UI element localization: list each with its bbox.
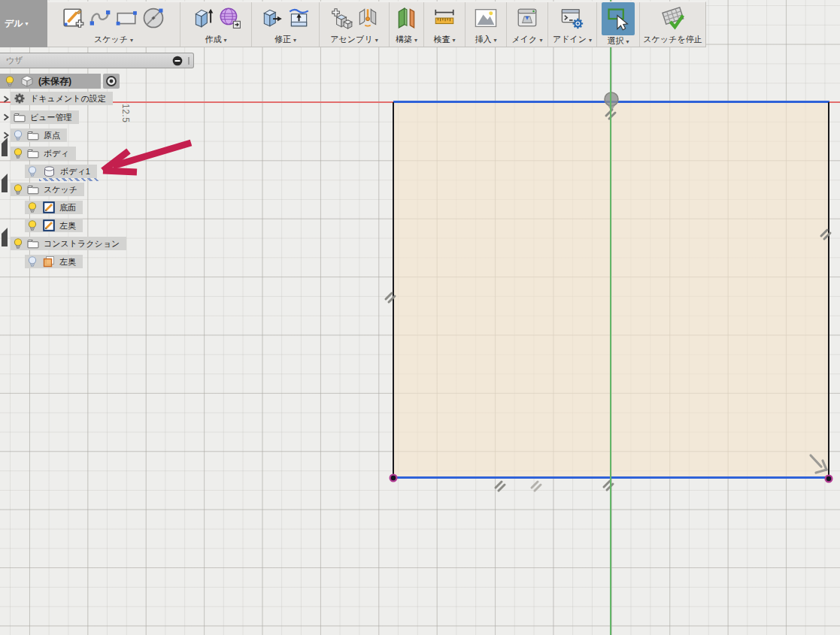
group-label-stop-sketch: スケッチを停止 xyxy=(643,35,702,44)
bulb-off-icon[interactable] xyxy=(14,130,23,141)
folder-icon xyxy=(27,131,39,141)
tree-row-origin[interactable]: 原点 xyxy=(11,129,67,142)
browser-root-document[interactable]: (未保存) xyxy=(0,74,101,89)
construction-plane-button[interactable] xyxy=(395,6,419,30)
rectangle-button[interactable] xyxy=(114,6,138,30)
group-label-assembly[interactable]: アセンブリ xyxy=(330,35,372,44)
expander-collapsed-icon[interactable] xyxy=(2,113,10,121)
dimension-label[interactable]: 12.5 xyxy=(120,104,131,122)
select-button[interactable] xyxy=(602,2,635,35)
bulb-off-icon[interactable] xyxy=(28,166,37,177)
measure-icon xyxy=(432,21,456,32)
form-icon xyxy=(217,21,241,32)
chevron-down-icon: ▾ xyxy=(293,37,296,44)
bulb-on-icon[interactable] xyxy=(14,238,23,249)
create-sketch-icon xyxy=(62,21,86,32)
sketch-edge-top[interactable] xyxy=(393,101,829,103)
toolbar-group-assembly: アセンブリ▾ xyxy=(320,2,390,47)
folder-icon xyxy=(14,113,26,122)
browser-panel-header[interactable]: ウザ xyxy=(0,53,194,68)
toolbar: スケッチ▾ 作成▾ 修正▾ xyxy=(47,2,706,47)
extrude-button[interactable] xyxy=(191,6,215,30)
measure-button[interactable] xyxy=(432,6,456,30)
bulb-on-icon[interactable] xyxy=(28,202,37,213)
tree-row-sketches-folder[interactable]: スケッチ xyxy=(11,183,84,196)
expander-collapsed-icon[interactable] xyxy=(2,95,10,103)
group-label-insert[interactable]: 挿入 xyxy=(475,35,491,44)
group-label-addins[interactable]: アドイン xyxy=(553,35,587,44)
tree-row-sketch-leftback[interactable]: 左奥 xyxy=(25,219,83,232)
group-label-make[interactable]: メイク xyxy=(512,35,538,44)
bulb-on-icon[interactable] xyxy=(14,148,23,159)
stop-sketch-icon xyxy=(660,23,687,34)
chevron-down-icon: ▾ xyxy=(539,37,542,44)
expander-expanded-icon[interactable] xyxy=(2,150,9,158)
workspace-switcher[interactable]: デル ▾ xyxy=(0,0,47,47)
extrude-icon xyxy=(191,21,215,32)
press-pull-icon xyxy=(260,21,284,32)
group-label-construct[interactable]: 構築 xyxy=(396,35,412,44)
group-label-create[interactable]: 作成 xyxy=(205,35,221,44)
group-label-modify[interactable]: 修正 xyxy=(274,35,291,44)
insert-image-icon xyxy=(473,22,499,33)
construction-plane-icon xyxy=(395,21,419,32)
create-form-button[interactable] xyxy=(217,6,241,30)
minus-circle-icon[interactable] xyxy=(172,56,183,66)
cube-icon xyxy=(20,74,34,88)
select-icon xyxy=(605,6,631,32)
sketch-edge-bottom[interactable] xyxy=(393,476,829,479)
press-pull-button[interactable] xyxy=(260,6,284,30)
tree-row-document-settings[interactable]: ドキュメントの設定 xyxy=(11,92,113,105)
grip-icon[interactable] xyxy=(187,56,190,65)
insert-button[interactable] xyxy=(473,5,499,31)
make-3d-print-icon xyxy=(515,21,539,32)
target-radio-icon[interactable] xyxy=(103,74,120,89)
toolbar-group-select: 選択▾ xyxy=(597,2,640,47)
joint-icon xyxy=(356,21,380,32)
toolbar-group-sketch: スケッチ▾ xyxy=(47,2,180,47)
sketch-edge-right[interactable] xyxy=(828,102,829,479)
chevron-down-icon: ▾ xyxy=(589,37,592,44)
spline-button[interactable] xyxy=(88,6,112,30)
document-title: (未保存) xyxy=(38,75,71,88)
group-label-sketch[interactable]: スケッチ xyxy=(94,35,128,44)
group-label-inspect[interactable]: 検査 xyxy=(433,35,450,44)
parallel-constraint-icon[interactable] xyxy=(496,482,505,491)
parallel-constraint-icon[interactable] xyxy=(532,482,541,491)
offset-face-button[interactable] xyxy=(287,6,311,30)
tree-row-view-management[interactable]: ビュー管理 xyxy=(11,110,79,124)
chevron-down-icon: ▾ xyxy=(452,37,455,44)
toolbar-group-create: 作成▾ xyxy=(180,2,252,47)
addins-scripts-icon xyxy=(559,22,585,33)
new-component-icon xyxy=(329,21,353,32)
group-label-select[interactable]: 選択 xyxy=(607,36,623,45)
tree-row-body1[interactable]: ボディ1 xyxy=(25,165,97,178)
toolbar-group-insert: 挿入▾ xyxy=(465,2,507,47)
chevron-down-icon: ▾ xyxy=(223,37,226,44)
circle-button[interactable] xyxy=(141,5,166,31)
folder-icon xyxy=(27,185,39,195)
chevron-down-icon: ▾ xyxy=(626,38,629,45)
expander-expanded-icon[interactable] xyxy=(2,240,9,248)
new-component-button[interactable] xyxy=(329,6,353,30)
toolbar-group-stop-sketch: スケッチを停止 xyxy=(640,2,705,47)
addins-button[interactable] xyxy=(559,5,585,31)
bulb-off-icon[interactable] xyxy=(28,256,37,268)
bulb-on-icon[interactable] xyxy=(14,184,23,195)
tree-row-bodies-folder[interactable]: ボディ xyxy=(11,147,76,160)
create-sketch-button[interactable] xyxy=(62,6,86,30)
bulb-on-icon[interactable] xyxy=(5,76,14,87)
rectangle-icon xyxy=(114,21,138,32)
joint-button[interactable] xyxy=(356,6,380,30)
sketch-y-axis[interactable] xyxy=(610,0,611,635)
stop-sketch-button[interactable] xyxy=(660,5,687,32)
parallel-constraint-icon[interactable] xyxy=(604,481,613,490)
folder-icon xyxy=(27,149,39,159)
bulb-on-icon[interactable] xyxy=(28,220,37,231)
make-button[interactable] xyxy=(515,6,539,30)
tree-row-construction-folder[interactable]: コンストラクション xyxy=(11,237,126,250)
expander-expanded-icon[interactable] xyxy=(2,186,9,194)
tree-row-construction-leftback[interactable]: 左奥 xyxy=(25,255,83,268)
sketch-edge-left[interactable] xyxy=(393,102,394,479)
tree-row-sketch-bottom[interactable]: 底面 xyxy=(25,201,83,214)
